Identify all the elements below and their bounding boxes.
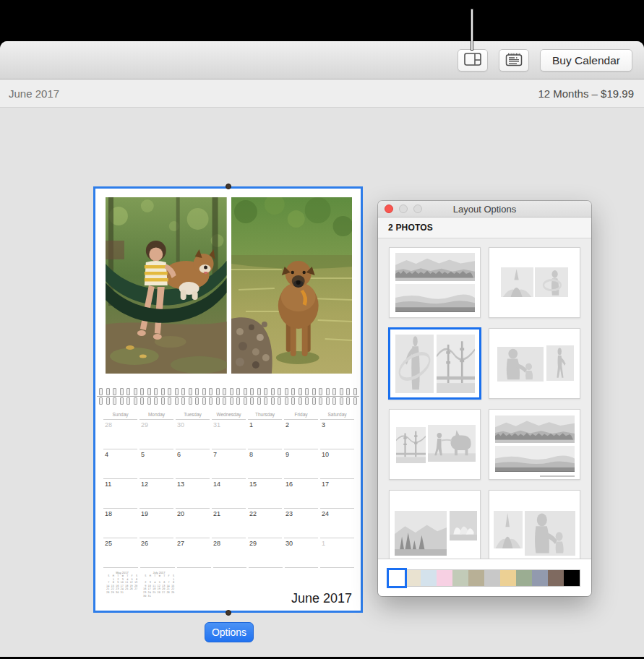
color-swatch[interactable] (564, 570, 580, 586)
binding-ring (236, 388, 240, 405)
layout-thumbnail-two-portraits[interactable] (388, 327, 481, 400)
thumbnail-image-mountains (395, 253, 475, 281)
binding-ring (346, 388, 350, 405)
color-swatch[interactable] (452, 570, 468, 586)
empty-cell (213, 567, 247, 608)
photos-row (106, 197, 352, 374)
empty-cell: July 2017 S M T W T F S 1 2 3 4 5 6 7 8 … (140, 567, 175, 608)
color-swatch[interactable] (548, 570, 564, 586)
thumbnail-image-eiffel (501, 267, 533, 297)
panel-titlebar[interactable]: Layout Options (378, 201, 591, 217)
color-swatch[interactable] (532, 570, 548, 586)
close-button[interactable] (385, 204, 393, 213)
layout-thumbnail-two-stacked-landscapes[interactable] (389, 247, 481, 318)
day-header: Monday (139, 412, 173, 419)
layout-thumbnail-small-left-big-right-bottom[interactable] (489, 490, 580, 559)
photo-dog-in-stream[interactable] (231, 197, 353, 374)
date-cell: 27 (176, 538, 210, 567)
date-cell: 30 (284, 538, 318, 567)
date-cell: 17 (320, 478, 354, 508)
calendar-page-selection[interactable]: SundayMondayTuesdayWednesdayThursdayFrid… (93, 186, 363, 613)
date-cell: 13 (176, 478, 210, 508)
binding-ring (168, 388, 171, 405)
date-cell: 19 (139, 508, 173, 538)
binding-ring (291, 388, 295, 405)
binding-ring (181, 388, 185, 405)
date-cell: 24 (320, 508, 354, 538)
date-cell: 6 (176, 449, 210, 478)
color-swatch[interactable] (468, 570, 484, 586)
thumbnail-image-figures (497, 347, 544, 382)
project-header-bar: June 2017 12 Months – $19.99 (0, 79, 644, 108)
layout-thumbnail-two-stacked-landscapes-caption[interactable] (489, 409, 580, 480)
selection-handle-bottom[interactable] (226, 610, 231, 616)
date-cell: 11 (103, 478, 137, 508)
mini-month-next: July 2017 S M T W T F S 1 2 3 4 5 6 7 8 … (142, 569, 175, 598)
page-layout-button[interactable] (458, 49, 488, 72)
color-swatch[interactable] (437, 570, 452, 586)
day-header: Friday (284, 412, 318, 419)
binding-ring (147, 388, 151, 405)
binding-ring (126, 388, 130, 405)
thumbnail-image-eiffel (494, 511, 523, 548)
color-swatch[interactable] (484, 570, 500, 586)
date-cell: 28 (212, 538, 246, 567)
background-color-bar (378, 559, 591, 596)
date-cell: 21 (212, 508, 246, 538)
buy-calendar-button[interactable]: Buy Calendar (540, 49, 632, 72)
thumbnail-image-hills (495, 446, 575, 472)
binding-ring (319, 388, 322, 405)
color-swatch[interactable] (500, 570, 516, 586)
date-cell: 22 (248, 508, 282, 538)
binding-ring (353, 388, 357, 405)
layout-thumbnail-two-small-centered[interactable] (489, 247, 580, 318)
binding-ring (189, 388, 192, 405)
calendar-page[interactable]: SundayMondayTuesdayWednesdayThursdayFrid… (95, 189, 361, 611)
day-header: Sunday (103, 412, 137, 419)
binding-ring (161, 388, 165, 405)
thumbnail-image-walker (546, 345, 574, 381)
spiral-binding (97, 388, 359, 405)
layout-thumbnail-small-left-big-right[interactable] (389, 409, 481, 480)
layout-thumbnail-big-left-small-right[interactable] (489, 328, 580, 399)
options-button[interactable]: Options (205, 622, 254, 642)
photo-girl-with-dog[interactable] (106, 197, 227, 374)
color-swatch[interactable] (405, 570, 421, 586)
empty-cell (177, 567, 211, 608)
price-label: 12 Months – $19.99 (538, 87, 634, 100)
thumbnail-image-hills (395, 284, 475, 312)
date-cell: 7 (212, 449, 246, 478)
binding-ring (332, 388, 336, 405)
color-swatch[interactable] (421, 570, 437, 586)
date-cell: 10 (320, 449, 354, 478)
project-canvas: SundayMondayTuesdayWednesdayThursdayFrid… (0, 108, 644, 657)
binding-ring (113, 388, 116, 405)
date-cell: 1 (248, 419, 282, 449)
thumbnail-image-opera (450, 511, 477, 540)
thumbnail-image-forest (395, 511, 447, 556)
binding-ring (99, 388, 103, 405)
thumbnail-image-mountains (495, 415, 575, 443)
date-cell: 29 (139, 419, 173, 449)
binding-ring (257, 388, 261, 405)
zoom-button[interactable] (413, 204, 422, 213)
binding-ring (106, 388, 110, 405)
date-cell: 26 (139, 538, 173, 567)
date-cell: 15 (248, 478, 282, 508)
color-swatch[interactable] (389, 570, 405, 586)
selection-handle-top[interactable] (226, 184, 231, 189)
date-cell: 18 (103, 508, 137, 538)
color-swatch[interactable] (516, 570, 532, 586)
minimize-button[interactable] (399, 204, 408, 213)
layout-thumbnail-big-left-small-right-bottom[interactable] (389, 490, 481, 559)
date-cell: 1 (320, 538, 354, 567)
date-cell: 29 (248, 538, 282, 567)
screenshot-root: Buy Calendar June 2017 12 Months – $19.9… (0, 0, 644, 659)
date-cell: 23 (284, 508, 318, 538)
thumbnail-image-figures (525, 511, 575, 556)
binding-ring (120, 388, 124, 405)
calendar-settings-button[interactable] (499, 49, 529, 72)
empty-cell (249, 567, 283, 608)
page-layout-icon (464, 53, 481, 68)
date-cell: 9 (284, 449, 318, 478)
